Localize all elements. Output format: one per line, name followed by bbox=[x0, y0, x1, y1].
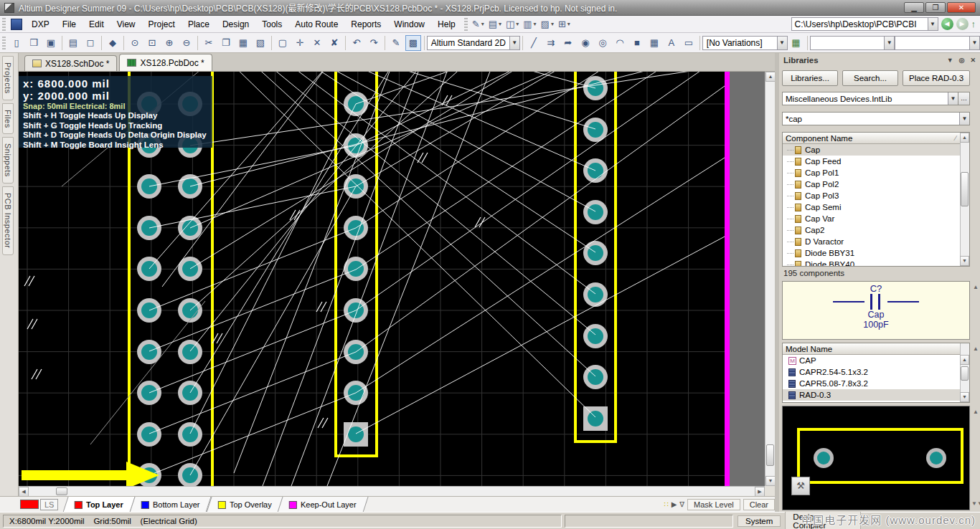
component-row-d-varactor[interactable]: D Varactor bbox=[783, 236, 969, 247]
zoom-selected-icon[interactable]: ⊖ bbox=[179, 35, 194, 51]
component-row-cap-pol2[interactable]: Cap Pol2 bbox=[783, 178, 969, 190]
canvas-vertical-scrollbar[interactable]: ▲ ▼ bbox=[765, 72, 775, 486]
minimize-button[interactable]: ▁ bbox=[904, 2, 924, 13]
find-tool-icon[interactable]: ◫▾ bbox=[504, 16, 521, 32]
filter-dropdown-icon[interactable]: ▼ bbox=[959, 113, 969, 125]
component-scroll-thumb[interactable] bbox=[961, 172, 969, 206]
maximize-button[interactable]: ❐ bbox=[925, 2, 946, 13]
dropdown-caret-icon[interactable]: ▾ bbox=[481, 21, 484, 27]
component-row-cap-pol1[interactable]: Cap Pol1 bbox=[783, 167, 969, 178]
current-layer-color-swatch[interactable] bbox=[20, 500, 39, 509]
collapse-preview-icon[interactable]: ▲ bbox=[971, 284, 980, 290]
component-row-cap[interactable]: Cap bbox=[783, 144, 969, 156]
view-mode-combo[interactable]: Altium Standard 2D▼ bbox=[427, 36, 520, 50]
cross-probe-icon[interactable]: ✕ bbox=[309, 35, 325, 51]
component-row-cap-var[interactable]: Cap Var bbox=[783, 213, 969, 224]
sidebar-tab-snippets[interactable]: Snippets bbox=[2, 137, 14, 184]
component-row-cap2[interactable]: Cap2 bbox=[783, 224, 969, 236]
cursor-tool-icon[interactable]: ✎▾ bbox=[470, 16, 486, 32]
back-icon[interactable]: ◀ bbox=[941, 18, 953, 30]
menu-file[interactable]: File bbox=[56, 16, 83, 33]
undo-icon[interactable]: ↶ bbox=[349, 35, 364, 51]
collapse-footprint-icon[interactable]: ▲ bbox=[971, 409, 980, 415]
collapse-models-icon[interactable]: ▲ bbox=[971, 345, 980, 352]
component-filter-combo[interactable]: *cap ▼ bbox=[782, 112, 970, 125]
document-path-combo[interactable]: C:\Users\hp\Desktop\PCB\PCBI ▼ bbox=[791, 17, 938, 31]
menu-help[interactable]: Help bbox=[431, 16, 462, 33]
scroll-up-icon[interactable]: ▲ bbox=[960, 133, 969, 143]
pin-icon[interactable]: ◎ bbox=[959, 57, 965, 64]
menu-edit[interactable]: Edit bbox=[83, 16, 110, 33]
document-tab-xs128-schdoc-[interactable]: XS128.SchDoc * bbox=[24, 55, 117, 71]
variations-dropdown-icon[interactable]: ▼ bbox=[777, 37, 787, 49]
menu-design[interactable]: Design bbox=[216, 16, 255, 33]
menu-place[interactable]: Place bbox=[182, 16, 216, 33]
model-list-scrollbar[interactable]: ▲ ▼ bbox=[960, 343, 969, 402]
place-component-icon[interactable]: ▭ bbox=[681, 35, 697, 51]
layer-tab-top-overlay[interactable]: Top Overlay bbox=[206, 497, 283, 513]
dropdown-caret-icon[interactable]: ▾ bbox=[499, 21, 501, 27]
layer-tab-top-layer[interactable]: Top Layer bbox=[63, 497, 136, 513]
empty-combo-1-dropdown-icon[interactable]: ▼ bbox=[884, 37, 894, 49]
component-list[interactable]: Component Name ∕ CapCap FeedCap Pol1Cap … bbox=[782, 132, 970, 267]
menu-window[interactable]: Window bbox=[387, 16, 431, 33]
title-bar[interactable]: Altium Designer Summer 09 - C:\Users\hp\… bbox=[0, 0, 980, 16]
filter-wand-icon[interactable]: ✎ bbox=[388, 35, 404, 51]
scroll-down-icon[interactable]: ▼ bbox=[960, 256, 969, 266]
save-icon[interactable]: ▣ bbox=[43, 35, 59, 51]
copy-icon[interactable]: ❐ bbox=[218, 35, 234, 51]
sidebar-tab-projects[interactable]: Projects bbox=[2, 56, 14, 100]
expand-more-icon[interactable]: ▼▼ bbox=[971, 500, 980, 507]
place-track-icon[interactable]: ╱ bbox=[526, 35, 542, 51]
paste-array-icon[interactable]: ▧ bbox=[253, 35, 268, 51]
variant-chip-icon[interactable]: ▦ bbox=[788, 35, 804, 51]
menu-tools[interactable]: Tools bbox=[255, 16, 288, 33]
move-icon[interactable]: ✛ bbox=[292, 35, 308, 51]
scroll-right-icon[interactable]: ▶ bbox=[755, 487, 765, 497]
view-mode-dropdown-icon[interactable]: ▼ bbox=[509, 37, 519, 49]
libraries-button[interactable]: Libraries... bbox=[782, 70, 838, 86]
dropdown-caret-icon[interactable]: ▾ bbox=[516, 21, 519, 27]
design-compiler-button[interactable]: Design Compiler bbox=[785, 511, 860, 529]
component-row-cap-pol3[interactable]: Cap Pol3 bbox=[783, 190, 969, 201]
room-tool-icon[interactable]: ▨▾ bbox=[539, 16, 556, 32]
dropdown-caret-icon[interactable]: ▾ bbox=[534, 21, 537, 27]
new-document-icon[interactable]: ▯ bbox=[9, 35, 24, 51]
model-row-cap[interactable]: MCAP bbox=[783, 355, 969, 366]
variations-combo[interactable]: [No Variations]▼ bbox=[702, 36, 788, 50]
toolbar-grip[interactable] bbox=[2, 18, 6, 31]
layer-tool-icon[interactable]: ▤▾ bbox=[486, 16, 504, 32]
selection-dots-icon[interactable]: ∷ bbox=[664, 500, 668, 508]
scroll-up-icon[interactable]: ▲ bbox=[765, 72, 776, 82]
print-icon[interactable]: ▤ bbox=[65, 35, 81, 51]
menu-project[interactable]: Project bbox=[142, 16, 182, 33]
component-row-cap-feed[interactable]: Cap Feed bbox=[783, 156, 969, 167]
place-diff-pair-icon[interactable]: ⇉ bbox=[543, 35, 559, 51]
panel-menu-icon[interactable]: ▼ bbox=[947, 57, 953, 64]
place-string-icon[interactable]: A bbox=[664, 35, 679, 51]
cut-icon[interactable]: ✂ bbox=[201, 35, 217, 51]
library-select-combo[interactable]: Miscellaneous Devices.IntLib ▼ … bbox=[782, 92, 970, 105]
system-panels-button[interactable]: System bbox=[738, 515, 781, 527]
dropdown-caret-icon[interactable]: ▾ bbox=[551, 21, 554, 27]
scroll-down-icon[interactable]: ▼ bbox=[960, 392, 969, 402]
component-list-header[interactable]: Component Name ∕ bbox=[783, 133, 969, 144]
clear-button[interactable]: Clear bbox=[743, 499, 775, 510]
component-row-diode-bby31[interactable]: Diode BBY31 bbox=[783, 247, 969, 259]
search-button[interactable]: Search... bbox=[842, 70, 898, 86]
empty-combo-1[interactable]: ▼ bbox=[810, 36, 895, 50]
mask-funnel-icon[interactable]: ∇ bbox=[679, 500, 684, 508]
component-list-scrollbar[interactable]: ▲ ▼ bbox=[960, 133, 969, 266]
component-row-cap-semi[interactable]: Cap Semi bbox=[783, 201, 969, 213]
place-arc-icon[interactable]: ◠ bbox=[612, 35, 628, 51]
model-row-capr5-08-7-8x3-2[interactable]: CAPR5.08-7.8x3.2 bbox=[783, 378, 969, 389]
close-panel-icon[interactable]: ✕ bbox=[970, 57, 976, 64]
menu-view[interactable]: View bbox=[110, 16, 142, 33]
model-list-header[interactable]: Model Name bbox=[783, 343, 969, 355]
layer-tab-keep-out-layer[interactable]: Keep-Out Layer bbox=[278, 497, 369, 513]
scroll-down-icon[interactable]: ▼ bbox=[765, 476, 776, 486]
scroll-left-icon[interactable]: ◀ bbox=[19, 487, 29, 497]
mask-level-button[interactable]: Mask Level bbox=[687, 499, 740, 510]
measure-tool-icon[interactable]: ▥▾ bbox=[521, 16, 538, 32]
place-array-icon[interactable]: ▦ bbox=[646, 35, 662, 51]
